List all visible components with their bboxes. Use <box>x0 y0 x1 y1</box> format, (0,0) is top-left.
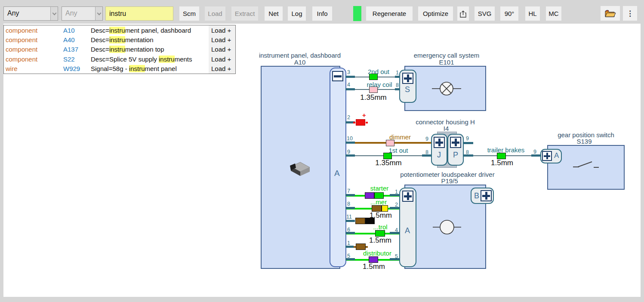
wire-marker[interactable] <box>356 243 366 250</box>
battery-plus-label: + <box>362 111 366 119</box>
type-filter-select[interactable]: Any <box>3 6 58 21</box>
pin-number: 5 <box>347 253 350 259</box>
subtype-filter-select[interactable]: Any <box>62 6 103 21</box>
rotate-90-button[interactable]: 90° <box>500 6 518 21</box>
lamp-symbol <box>432 81 461 96</box>
regenerate-button[interactable]: Regenerate <box>366 6 413 21</box>
mc-button[interactable]: MC <box>546 6 561 21</box>
open-file-button[interactable] <box>601 6 620 21</box>
chevron-down-icon[interactable] <box>50 7 58 20</box>
search-input[interactable] <box>105 6 173 21</box>
component-ref-e101: E101 <box>439 59 454 66</box>
scm-button[interactable]: Scm <box>179 6 199 21</box>
wire-label: 2nd out <box>368 68 389 75</box>
hl-button[interactable]: HL <box>525 6 540 21</box>
collapse-icon[interactable] <box>332 71 343 81</box>
wire-marker[interactable] <box>369 256 378 263</box>
svg-button[interactable]: SVG <box>475 6 495 21</box>
expand-icon[interactable] <box>434 137 445 148</box>
type-filter-value: Any <box>7 9 19 17</box>
result-row[interactable]: component A40 Desc=instrumentation Load … <box>4 35 235 44</box>
wire-label: trailer brakes <box>487 146 525 154</box>
load-button[interactable]: Load <box>205 6 225 21</box>
search-match-highlight: instru <box>109 27 125 34</box>
battery-marker[interactable] <box>356 119 365 126</box>
info-button[interactable]: Info <box>312 6 332 21</box>
result-type: wire <box>4 65 63 72</box>
pin-number: 1 <box>395 189 398 195</box>
result-row[interactable]: component S22 Desc=Splice 5V supply inst… <box>4 54 235 64</box>
menu-button[interactable]: ⋮ <box>623 6 637 21</box>
kebab-menu-icon: ⋮ <box>626 9 634 18</box>
result-id: A137 <box>63 46 91 53</box>
result-type: component <box>4 36 63 43</box>
chevron-down-icon[interactable] <box>95 7 102 20</box>
pin-number: 9 <box>347 149 350 155</box>
wire-marker[interactable] <box>375 230 385 237</box>
wire-size-label: 1.5mm <box>370 211 392 220</box>
pin-number: 9 <box>425 136 428 142</box>
result-desc: Desc=instrumentation <box>91 36 209 43</box>
result-id: W929 <box>63 65 91 72</box>
pin-number: 8 <box>347 201 350 207</box>
pin-number: 8 <box>396 82 399 88</box>
wire-marker[interactable] <box>355 218 365 224</box>
wire-size-label: 1.5mm <box>363 262 385 271</box>
expand-icon[interactable] <box>450 137 461 148</box>
wire-size-label: 1.5mm <box>369 236 391 245</box>
export-icon <box>460 10 466 18</box>
connector-photo <box>287 160 311 177</box>
net-button[interactable]: Net <box>265 6 283 21</box>
component-ref-i4: I4 <box>444 125 449 132</box>
pin-number: 9 <box>533 149 536 155</box>
component-title-e101: emergency call system <box>414 52 480 59</box>
result-row[interactable]: component A10 Desc=instrument panel, das… <box>4 25 235 35</box>
subtype-filter-value: Any <box>65 9 77 17</box>
wire-marker[interactable] <box>365 192 374 199</box>
result-desc: Desc=instrumentation top <box>91 46 209 53</box>
pin-number: 2 <box>395 202 398 208</box>
wire-marker[interactable] <box>374 192 384 199</box>
connector-letter-s139: A <box>554 151 559 160</box>
expand-icon[interactable] <box>542 151 552 161</box>
connector-strip-a10[interactable] <box>330 68 346 267</box>
load-plus-button[interactable]: Load + <box>209 54 235 64</box>
wire-marker[interactable] <box>382 205 388 212</box>
result-desc: Signal=58g - instrument panel <box>91 65 209 72</box>
search-match-highlight: instru <box>109 36 125 43</box>
load-plus-button[interactable]: Load + <box>209 25 235 35</box>
wire-label: 1st out <box>388 147 408 154</box>
wire-label: relay coil <box>367 81 392 88</box>
status-indicator <box>353 6 361 21</box>
extract-button[interactable]: Extract <box>231 6 258 21</box>
result-id: A40 <box>63 36 91 43</box>
expand-icon[interactable] <box>481 190 492 201</box>
result-type: component <box>4 27 63 34</box>
expand-icon[interactable] <box>402 73 413 84</box>
pin-number: 2 <box>347 114 350 120</box>
load-plus-button[interactable]: Load + <box>209 35 235 44</box>
optimize-button[interactable]: Optimize <box>418 6 453 21</box>
expand-icon[interactable] <box>402 191 413 202</box>
wire-marker[interactable] <box>497 153 506 159</box>
connector-letter-a10: A <box>334 169 340 178</box>
switch-symbol <box>571 159 601 169</box>
wire-label: dimmer <box>389 133 411 141</box>
load-plus-button[interactable]: Load + <box>209 45 235 54</box>
wire-label: ...trol <box>373 223 387 231</box>
wire-marker[interactable] <box>386 140 394 146</box>
load-plus-button[interactable]: Load + <box>209 64 235 74</box>
wire-marker[interactable] <box>372 205 382 212</box>
result-row[interactable]: wire W929 Signal=58g - instrument panel … <box>4 64 235 74</box>
connector-letter-j: J <box>437 151 441 160</box>
connector-letter-e101: S <box>405 85 410 94</box>
component-title-a10: instrument panel, dashboard <box>259 52 341 59</box>
search-results-list: component A10 Desc=instrument panel, das… <box>3 25 236 74</box>
search-match-highlight: instru <box>129 65 145 72</box>
log-button[interactable]: Log <box>288 6 306 21</box>
result-desc: Desc=Splice 5V supply instruments <box>91 55 209 63</box>
result-row[interactable]: component A137 Desc=instrumentation top … <box>4 45 235 54</box>
export-button[interactable] <box>457 6 469 21</box>
result-type: component <box>4 46 63 53</box>
result-id: A10 <box>63 27 91 34</box>
